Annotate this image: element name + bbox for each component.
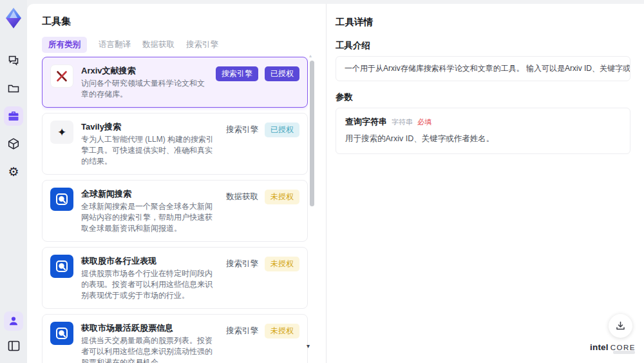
- news-search-icon: [50, 188, 73, 211]
- sidebar-item-models[interactable]: [4, 134, 23, 153]
- tool-desc: 专为人工智能代理 (LLM) 构建的搜索引擎工具。可快速提供实时、准确和真实的结…: [81, 134, 218, 167]
- page-title: 工具集: [42, 15, 71, 28]
- stock-sector-icon: [50, 255, 73, 278]
- tavily-star-icon: ✦: [50, 121, 73, 144]
- sidebar-item-tools[interactable]: [4, 106, 23, 126]
- briefcase-icon: [7, 110, 20, 123]
- auth-badge: 已授权: [265, 123, 299, 137]
- arxiv-icon: [50, 64, 73, 88]
- scrollbar-down-arrow[interactable]: ▾: [307, 342, 310, 349]
- auth-badge: 未授权: [265, 324, 299, 338]
- auth-badge: 未授权: [265, 257, 299, 271]
- main-panel: 工具集 所有类别 语言翻译 数据获取 搜索引擎 Arxiv文献搜索 访问各个研究…: [27, 4, 644, 363]
- detail-panel: 工具详情 工具介绍 一个用于从Arxiv存储库搜索科学论文和文章的工具。 输入可…: [326, 4, 644, 363]
- param-type: 字符串: [392, 117, 413, 127]
- tool-card-active-stocks[interactable]: 获取市场最活跃股票信息 提供当天交易量最高的股票列表。投资者可以利用这些信息来识…: [42, 314, 308, 363]
- scrollbar-up-arrow[interactable]: ▴: [309, 53, 312, 59]
- tool-list: Arxiv文献搜索 访问各个研究领域大量科学论文和文章的存储库。 搜索引擎 已授…: [42, 57, 308, 363]
- category-tabs: 所有类别 语言翻译 数据获取 搜索引擎: [42, 37, 218, 53]
- download-button[interactable]: [609, 314, 632, 338]
- category-badge: 搜索引擎: [216, 66, 258, 81]
- intel-core-sublogo: [613, 351, 635, 354]
- param-desc: 用于搜索的Arxiv ID、关键字或作者姓名。: [345, 133, 621, 144]
- sidebar: ⚙: [0, 0, 27, 363]
- list-scrollbar[interactable]: [310, 61, 314, 206]
- tab-search-engine[interactable]: 搜索引擎: [186, 39, 218, 50]
- sidebar-item-settings[interactable]: ⚙: [4, 162, 23, 181]
- tool-title: Tavily搜索: [81, 121, 218, 133]
- sidebar-item-collapse[interactable]: [4, 336, 23, 355]
- auth-badge: 已授权: [265, 66, 299, 81]
- tab-language-translation[interactable]: 语言翻译: [99, 39, 131, 50]
- sidebar-item-account[interactable]: [4, 311, 23, 331]
- category-label: 搜索引擎: [226, 259, 258, 270]
- tool-desc: 提供当天交易量最高的股票列表。投资者可以利用这些信息来识别流动性强的股票和潜在的…: [81, 335, 218, 363]
- detail-title: 工具详情: [336, 16, 373, 28]
- cube-icon: [7, 137, 20, 150]
- category-label: 搜索引擎: [226, 124, 258, 135]
- param-name: 查询字符串: [345, 116, 387, 128]
- sidebar-item-chat[interactable]: [4, 51, 23, 70]
- params-heading: 参数: [336, 92, 353, 103]
- gear-icon: ⚙: [8, 166, 19, 178]
- tool-card-stock-sector[interactable]: 获取股市各行业表现 提供股票市场各个行业在特定时间段内的表现。投资者可以利用这些…: [42, 247, 308, 309]
- tool-card-global-news[interactable]: 全球新闻搜索 全球新闻搜索是一个聚合全球各大新闻网站内容的搜索引擎，帮助用户快速…: [42, 180, 308, 242]
- download-icon: [615, 320, 626, 331]
- folder-icon: [7, 82, 20, 95]
- panel-toggle-icon: [8, 340, 20, 351]
- tool-desc: 访问各个研究领域大量科学论文和文章的存储库。: [81, 78, 208, 100]
- app-logo-icon: [3, 6, 24, 30]
- tab-data-fetch[interactable]: 数据获取: [142, 39, 175, 50]
- category-label: 数据获取: [226, 191, 258, 202]
- param-required-flag: 必填: [417, 117, 431, 127]
- tool-title: Arxiv文献搜索: [81, 64, 208, 77]
- tool-desc: 提供股票市场各个行业在特定时间段内的表现。投资者可以利用这些信息来识别表现优于或…: [81, 268, 218, 301]
- tool-card-arxiv[interactable]: Arxiv文献搜索 访问各个研究领域大量科学论文和文章的存储库。 搜索引擎 已授…: [42, 57, 308, 108]
- tool-desc: 全球新闻搜索是一个聚合全球各大新闻网站内容的搜索引擎，帮助用户快速获取全球最新资…: [81, 201, 218, 234]
- chat-icon: [7, 54, 20, 67]
- tool-title: 全球新闻搜索: [81, 188, 218, 200]
- param-card: 查询字符串 字符串 必填 用于搜索的Arxiv ID、关键字或作者姓名。: [336, 108, 630, 154]
- tab-all-categories[interactable]: 所有类别: [42, 37, 87, 53]
- intro-text: 一个用于从Arxiv存储库搜索科学论文和文章的工具。 输入可以是Arxiv ID…: [336, 56, 630, 81]
- tool-card-tavily[interactable]: ✦ Tavily搜索 专为人工智能代理 (LLM) 构建的搜索引擎工具。可快速提…: [42, 113, 308, 175]
- tool-title: 获取市场最活跃股票信息: [81, 322, 218, 334]
- active-stock-icon: [50, 322, 73, 345]
- intro-heading: 工具介绍: [336, 40, 370, 52]
- user-icon: [8, 315, 19, 327]
- tool-title: 获取股市各行业表现: [81, 255, 218, 267]
- category-label: 搜索引擎: [226, 326, 258, 337]
- sidebar-nav: ⚙: [4, 51, 23, 181]
- sidebar-item-files[interactable]: [4, 79, 23, 98]
- auth-badge: 未授权: [265, 190, 299, 204]
